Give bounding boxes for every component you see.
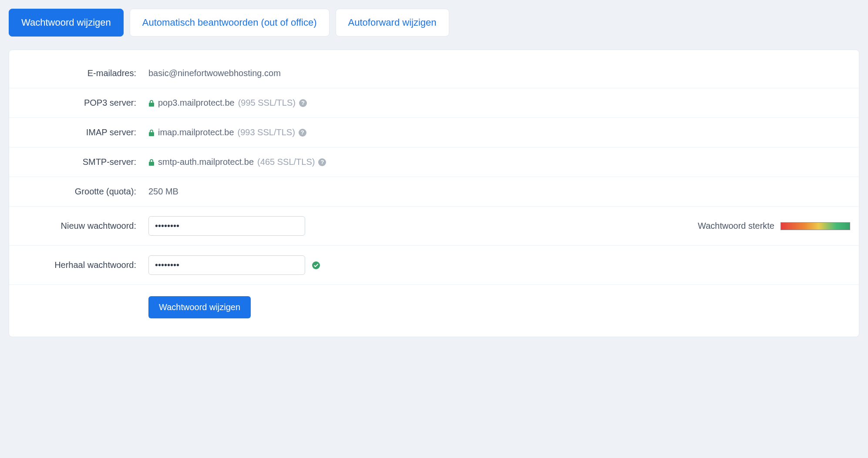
label-email: E-mailadres:	[18, 68, 148, 78]
label-imap: IMAP server:	[18, 127, 148, 137]
lock-icon	[148, 129, 155, 136]
imap-port: (993 SSL/TLS)	[238, 127, 295, 137]
tab-autoresponder[interactable]: Automatisch beantwoorden (out of office)	[130, 9, 330, 37]
help-icon[interactable]: ?	[299, 129, 306, 137]
row-imap: IMAP server: imap.mailprotect.be (993 SS…	[9, 118, 859, 147]
password-strength: Wachtwoord sterkte	[698, 221, 850, 231]
strength-bar	[781, 222, 850, 230]
strength-label: Wachtwoord sterkte	[698, 221, 774, 231]
row-email: E-mailadres: basic@ninefortwowebhosting.…	[9, 59, 859, 88]
value-submit: Wachtwoord wijzigen	[148, 296, 850, 318]
value-repeat-password	[148, 255, 850, 275]
submit-button[interactable]: Wachtwoord wijzigen	[148, 296, 251, 318]
label-new-password: Nieuw wachtwoord:	[18, 221, 148, 231]
value-email: basic@ninefortwowebhosting.com	[148, 68, 850, 78]
smtp-port: (465 SSL/TLS)	[257, 157, 315, 167]
row-repeat-password: Herhaal wachtwoord:	[9, 246, 859, 285]
tab-password[interactable]: Wachtwoord wijzigen	[9, 9, 124, 37]
row-pop3: POP3 server: pop3.mailprotect.be (995 SS…	[9, 88, 859, 118]
label-repeat-password: Herhaal wachtwoord:	[18, 260, 148, 270]
value-pop3: pop3.mailprotect.be (995 SSL/TLS) ?	[148, 98, 850, 108]
repeat-password-input[interactable]	[148, 255, 305, 275]
smtp-host: smtp-auth.mailprotect.be	[158, 157, 254, 167]
label-smtp: SMTP-server:	[18, 157, 148, 167]
value-smtp: smtp-auth.mailprotect.be (465 SSL/TLS) ?	[148, 157, 850, 167]
row-submit: Wachtwoord wijzigen	[9, 285, 859, 328]
svg-point-0	[312, 261, 320, 269]
pop3-host: pop3.mailprotect.be	[158, 98, 235, 108]
settings-panel: E-mailadres: basic@ninefortwowebhosting.…	[9, 50, 859, 337]
imap-host: imap.mailprotect.be	[158, 127, 234, 137]
tabs: Wachtwoord wijzigen Automatisch beantwoo…	[9, 9, 859, 37]
value-quota: 250 MB	[148, 187, 850, 197]
row-smtp: SMTP-server: smtp-auth.mailprotect.be (4…	[9, 147, 859, 177]
label-pop3: POP3 server:	[18, 98, 148, 108]
lock-icon	[148, 100, 155, 107]
help-icon[interactable]: ?	[299, 99, 307, 107]
lock-icon	[148, 159, 155, 166]
row-quota: Grootte (quota): 250 MB	[9, 177, 859, 207]
help-icon[interactable]: ?	[318, 158, 326, 166]
tab-autoforward[interactable]: Autoforward wijzigen	[336, 9, 449, 37]
pop3-port: (995 SSL/TLS)	[238, 98, 296, 108]
label-quota: Grootte (quota):	[18, 187, 148, 197]
value-imap: imap.mailprotect.be (993 SSL/TLS) ?	[148, 127, 850, 137]
value-new-password: Wachtwoord sterkte	[148, 216, 850, 236]
new-password-input[interactable]	[148, 216, 305, 236]
row-new-password: Nieuw wachtwoord: Wachtwoord sterkte	[9, 207, 859, 246]
check-circle-icon	[312, 261, 320, 269]
